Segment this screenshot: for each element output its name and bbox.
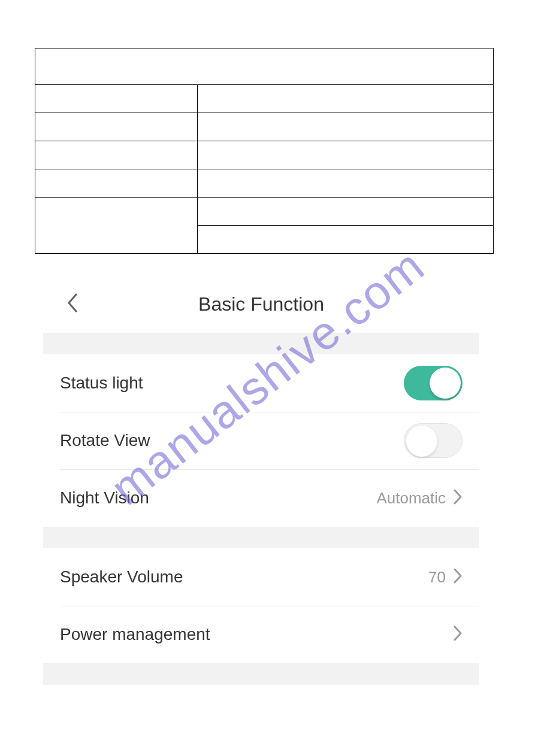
row-label: Night Vision	[60, 488, 149, 508]
night-vision-value: Automatic	[376, 489, 446, 508]
chevron-right-icon	[453, 567, 463, 587]
blank-table	[35, 48, 494, 254]
section-separator	[43, 527, 479, 548]
chevron-right-icon	[453, 488, 463, 508]
status-light-toggle[interactable]	[404, 366, 463, 400]
speaker-volume-value: 70	[428, 568, 446, 587]
section-separator	[43, 663, 479, 685]
row-rotate-view[interactable]: Rotate View	[43, 412, 479, 469]
section-separator	[43, 333, 479, 354]
settings-panel: Basic Function Status light Rotate View …	[43, 275, 479, 685]
back-button[interactable]	[60, 292, 84, 316]
row-status-light[interactable]: Status light	[43, 354, 479, 412]
row-speaker-volume[interactable]: Speaker Volume 70	[43, 548, 479, 606]
row-label: Power management	[60, 625, 210, 644]
toggle-knob	[430, 368, 461, 399]
rotate-view-toggle[interactable]	[404, 423, 463, 458]
panel-header: Basic Function	[43, 275, 479, 333]
row-label: Rotate View	[60, 431, 150, 450]
row-label: Status light	[60, 374, 143, 393]
chevron-right-icon	[453, 625, 463, 644]
page-title: Basic Function	[198, 293, 324, 315]
toggle-knob	[406, 426, 437, 457]
row-night-vision[interactable]: Night Vision Automatic	[43, 469, 479, 527]
row-label: Speaker Volume	[60, 567, 183, 587]
chevron-left-icon	[65, 292, 78, 316]
row-power-management[interactable]: Power management	[43, 606, 479, 663]
